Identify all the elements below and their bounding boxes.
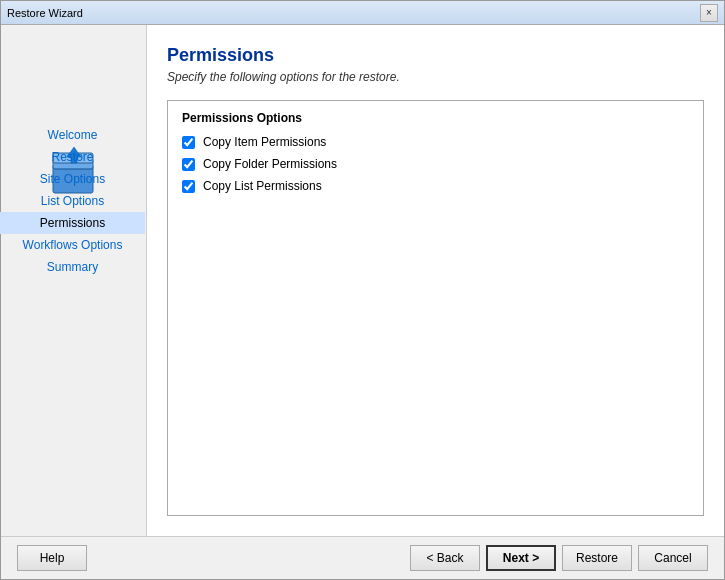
sidebar-item-summary[interactable]: Summary — [1, 256, 145, 278]
main-panel: Permissions Specify the following option… — [146, 25, 724, 536]
copy-list-checkbox[interactable] — [182, 180, 195, 193]
back-button[interactable]: < Back — [410, 545, 480, 571]
help-button[interactable]: Help — [17, 545, 87, 571]
sidebar-item-welcome[interactable]: Welcome — [1, 124, 145, 146]
close-button[interactable]: × — [700, 4, 718, 22]
permissions-options-group: Permissions Options Copy Item Permission… — [167, 100, 704, 516]
copy-item-row: Copy Item Permissions — [182, 135, 689, 149]
copy-item-label[interactable]: Copy Item Permissions — [203, 135, 326, 149]
copy-folder-checkbox[interactable] — [182, 158, 195, 171]
page-subtitle: Specify the following options for the re… — [167, 70, 704, 84]
title-bar: Restore Wizard × — [1, 1, 724, 25]
next-button[interactable]: Next > — [486, 545, 556, 571]
options-group-title: Permissions Options — [182, 111, 689, 125]
footer-bar: Help < Back Next > Restore Cancel — [1, 536, 724, 579]
sidebar — [1, 25, 146, 536]
sidebar-item-permissions[interactable]: Permissions — [1, 212, 145, 234]
copy-list-row: Copy List Permissions — [182, 179, 689, 193]
sidebar-item-list-options[interactable]: List Options — [1, 190, 145, 212]
cancel-button[interactable]: Cancel — [638, 545, 708, 571]
copy-folder-row: Copy Folder Permissions — [182, 157, 689, 171]
copy-list-label[interactable]: Copy List Permissions — [203, 179, 322, 193]
restore-button[interactable]: Restore — [562, 545, 632, 571]
sidebar-item-site-options[interactable]: Site Options — [1, 168, 145, 190]
copy-item-checkbox[interactable] — [182, 136, 195, 149]
restore-wizard-window: Restore Wizard × We — [0, 0, 725, 580]
sidebar-item-restore[interactable]: Restore — [1, 146, 145, 168]
page-title: Permissions — [167, 45, 704, 66]
sidebar-item-workflows-options[interactable]: Workflows Options — [1, 234, 145, 256]
sidebar-nav: Welcome Restore Site Options List Option… — [1, 124, 145, 278]
main-content: Welcome Restore Site Options List Option… — [1, 25, 724, 536]
window-title: Restore Wizard — [7, 7, 83, 19]
copy-folder-label[interactable]: Copy Folder Permissions — [203, 157, 337, 171]
